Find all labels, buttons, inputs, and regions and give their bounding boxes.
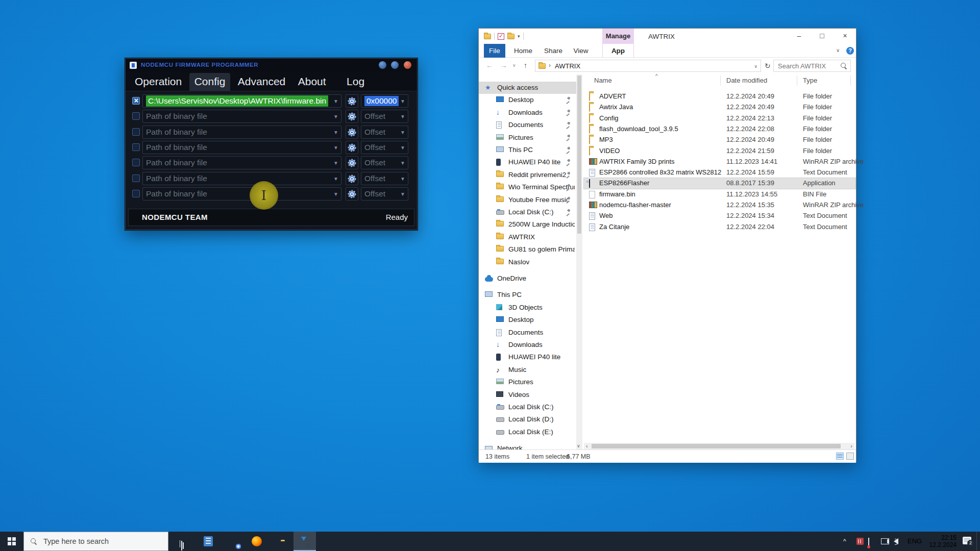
taskbar-calculator-button[interactable] [197, 532, 219, 551]
breadcrumb[interactable]: AWTRIX [555, 62, 580, 70]
offset-gear-button[interactable] [346, 126, 358, 139]
offset-gear-button[interactable] [346, 156, 358, 169]
scroll-right-icon[interactable]: › [850, 443, 852, 449]
offset-field[interactable]: Offset▼ [361, 187, 408, 201]
close-button[interactable] [404, 61, 411, 69]
path-dropdown-chevron-icon[interactable]: ▼ [333, 130, 338, 135]
sidebar-item-this-pc[interactable]: This PC [479, 144, 576, 156]
minimize-button[interactable] [379, 61, 386, 69]
sidebar-item-local-disk-c-[interactable]: Local Disk (C:) [479, 206, 576, 218]
help-icon[interactable]: ? [846, 47, 854, 55]
row-checkbox[interactable] [132, 112, 140, 120]
forward-button[interactable]: → [500, 61, 507, 69]
sidebar-item-huawei-p40-lite[interactable]: HUAWEI P40 lite [479, 351, 576, 363]
column-header-type[interactable]: Type [803, 77, 817, 84]
column-separator[interactable] [797, 76, 797, 86]
row-checkbox[interactable] [132, 190, 140, 197]
path-dropdown-chevron-icon[interactable]: ▼ [333, 192, 338, 197]
sidebar-item-music[interactable]: ♪Music [479, 364, 576, 376]
path-dropdown-chevron-icon[interactable]: ▼ [333, 161, 338, 166]
offset-dropdown-chevron-icon[interactable]: ▼ [400, 114, 405, 119]
row-checkbox[interactable] [132, 97, 140, 105]
sidebar-item-downloads[interactable]: ↓Downloads [479, 339, 576, 351]
file-row-awtrix-family-3d-prints[interactable]: AWTRIX Family 3D prints11.12.2023 14:41W… [584, 157, 855, 167]
path-dropdown-chevron-icon[interactable]: ▼ [333, 99, 338, 104]
sidebar-item-onedrive[interactable]: OneDrive [479, 272, 576, 285]
offset-field[interactable]: Offset▼ [361, 126, 408, 139]
column-separator[interactable] [850, 76, 851, 86]
taskbar-search-box[interactable]: Type here to search [23, 532, 168, 551]
offset-dropdown-chevron-icon[interactable]: ▼ [400, 99, 405, 104]
offset-field[interactable]: Offset▼ [361, 141, 408, 154]
offset-dropdown-chevron-icon[interactable]: ▼ [400, 145, 405, 151]
taskbar-video-editor-button[interactable] [170, 532, 192, 551]
up-button[interactable]: ↑ [524, 61, 527, 69]
start-button[interactable] [0, 532, 23, 551]
file-row-firmware-bin[interactable]: firmware.bin11.12.2023 14:55BIN File [584, 189, 855, 200]
taskbar-chrome-button[interactable] [222, 532, 244, 551]
sidebar-item-pictures[interactable]: Pictures [479, 132, 576, 144]
taskbar-firefox-button[interactable] [246, 532, 268, 551]
binary-path-field[interactable]: Path of binary file▼ [142, 172, 341, 185]
file-row-flash-download-tool-3-9-5[interactable]: flash_download_tool_3.9.512.2.2024 22:08… [584, 124, 855, 135]
ribbon-tab-home[interactable]: Home [510, 44, 536, 58]
minimize-button[interactable]: – [788, 29, 811, 44]
address-dropdown-chevron-icon[interactable]: ∨ [754, 64, 757, 69]
address-bar[interactable]: › AWTRIX ∨ [535, 60, 761, 72]
sidebar-item-this-pc[interactable]: This PC [479, 289, 576, 301]
maximize-button[interactable] [391, 61, 399, 69]
file-row-video[interactable]: VIDEO12.2.2024 21:59File folder [584, 146, 855, 157]
search-box[interactable]: Search AWTRIX [773, 60, 851, 72]
path-dropdown-chevron-icon[interactable]: ▼ [333, 145, 338, 151]
manage-contextual-tab[interactable]: Manage [602, 29, 634, 44]
sidebar-item-pictures[interactable]: Pictures [479, 376, 576, 388]
sidebar-item-awtrix[interactable]: AWTRIX [479, 231, 576, 243]
navigation-scrollbar[interactable]: ∨ [576, 74, 582, 449]
sidebar-item-gu81-so-golem-primar[interactable]: GU81 so golem Primar [479, 243, 576, 256]
sidebar-item-reddit-privremeni2[interactable]: Reddit privremeni2 [479, 169, 576, 181]
scrollbar-thumb[interactable] [577, 76, 581, 234]
row-checkbox[interactable] [132, 128, 140, 136]
sidebar-item-3d-objects[interactable]: 3D Objects [479, 302, 576, 314]
close-button[interactable]: × [834, 29, 856, 44]
file-row-awtrix-java[interactable]: Awtrix Java12.2.2024 20:49File folder [584, 102, 855, 113]
tray-expand-chevron-icon[interactable]: ^ [843, 538, 846, 545]
column-header-date-modified[interactable]: Date modified [726, 77, 767, 84]
sidebar-item-network[interactable]: Network [479, 442, 576, 449]
sidebar-item-local-disk-d-[interactable]: Local Disk (D:) [479, 413, 576, 425]
path-dropdown-chevron-icon[interactable]: ▼ [333, 177, 338, 182]
ribbon-tab-share[interactable]: Share [540, 44, 567, 58]
tray-screencast-icon[interactable] [868, 538, 869, 547]
thumbnail-view-toggle[interactable] [846, 453, 854, 460]
file-row-nodemcu-flasher-master[interactable]: nodemcu-flasher-master12.2.2024 15:35Win… [584, 200, 855, 211]
sidebar-item-quick-access[interactable]: ★Quick access [479, 82, 576, 94]
sidebar-item-local-disk-e-[interactable]: Local Disk (E:) [479, 426, 576, 438]
details-view-toggle[interactable] [836, 453, 844, 460]
tab-advanced[interactable]: Advanced [233, 73, 290, 91]
scroll-down-chevron-icon[interactable]: ∨ [577, 443, 580, 448]
taskbar-nodemcu-button[interactable] [293, 532, 316, 551]
offset-gear-button[interactable] [346, 172, 358, 185]
sidebar-item-2500w-large-induction-h[interactable]: 2500W Large Induction H [479, 218, 576, 231]
offset-field[interactable]: Offset▼ [361, 156, 408, 169]
nodemcu-titlebar[interactable]: NODEMCU FIRMWARE PROGRAMMER [126, 59, 417, 72]
tab-about[interactable]: About [293, 73, 331, 91]
refresh-icon[interactable]: ↻ [765, 62, 771, 70]
tab-config[interactable]: Config [189, 73, 231, 91]
offset-gear-button[interactable] [346, 110, 358, 123]
sidebar-item-local-disk-c-[interactable]: Local Disk (C:) [479, 401, 576, 413]
file-row-config[interactable]: Config12.2.2024 22:13File folder [584, 113, 855, 124]
binary-path-field[interactable]: C:\Users\ServisNov\Desktop\AWTRIX\firmwa… [142, 94, 341, 108]
binary-path-field[interactable]: Path of binary file▼ [142, 110, 341, 123]
sidebar-item-huawei-p40-lite[interactable]: HUAWEI P40 lite [479, 156, 576, 168]
row-checkbox[interactable] [132, 159, 140, 166]
binary-path-field[interactable]: Path of binary file▼ [142, 141, 341, 154]
binary-path-field[interactable]: Path of binary file▼ [142, 187, 341, 201]
sidebar-item-documents[interactable]: Documents [479, 327, 576, 339]
horizontal-scrollbar[interactable]: ‹ › [584, 443, 854, 449]
tray-clock[interactable]: 22:15 12.2.2024 [925, 534, 957, 548]
column-separator[interactable] [720, 76, 721, 86]
properties-icon[interactable] [498, 33, 504, 40]
explorer-titlebar[interactable]: ▾ Manage AWTRIX – □ × [479, 29, 856, 44]
sidebar-item-videos[interactable]: Videos [479, 389, 576, 401]
